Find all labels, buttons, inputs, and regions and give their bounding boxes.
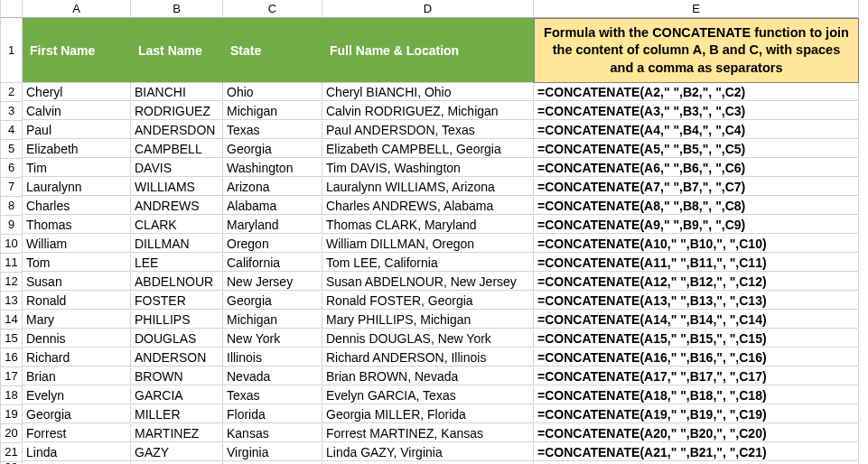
row-header-1[interactable]: 1 [1, 18, 23, 83]
cell-first-name[interactable]: Cheryl [23, 83, 131, 101]
col-header-B[interactable]: B [131, 0, 223, 18]
cell-last-name[interactable]: PHILLIPS [131, 311, 223, 329]
cell-formula[interactable]: =CONCATENATE(A5," ",B5,", ",C5) [534, 140, 859, 158]
cell-full-name-location[interactable]: Richard ANDERSON, Illinois [322, 348, 534, 367]
row-header-19[interactable]: 19 [1, 405, 23, 424]
row-header-20[interactable]: 20 [1, 424, 23, 443]
cell-first-name[interactable]: Charles [23, 197, 131, 215]
cell-last-name[interactable]: DOUGLAS [131, 329, 223, 348]
cell-state[interactable]: Georgia [223, 140, 322, 158]
cell-full-name-location[interactable]: Brian BROWN, Nevada [322, 367, 534, 385]
header-full-name-location[interactable]: Full Name & Location [322, 18, 534, 83]
cell-formula[interactable]: =CONCATENATE(A21," ",B21,", ",C21) [534, 443, 859, 461]
cell-full-name-location[interactable]: Susan ABDELNOUR, New Jersey [322, 273, 534, 291]
cell-first-name[interactable]: Brian [23, 367, 131, 385]
cell-formula[interactable]: =CONCATENATE(A9," ",B9,", ",C9) [534, 216, 859, 234]
cell-last-name[interactable]: BIANCHI [131, 83, 223, 101]
cell-formula[interactable]: =CONCATENATE(A13," ",B13,", ",C13) [534, 292, 859, 310]
cell-full-name-location[interactable]: Georgia MILLER, Florida [322, 405, 534, 423]
row-header-12[interactable]: 12 [1, 273, 23, 292]
row-header-2[interactable]: 2 [1, 83, 23, 102]
row-header-18[interactable]: 18 [1, 386, 23, 405]
row-header-10[interactable]: 10 [1, 235, 23, 254]
cell-full-name-location[interactable]: Tim DAVIS, Washington [322, 159, 534, 177]
cell-last-name[interactable]: ABDELNOUR [131, 273, 223, 291]
cell-formula[interactable]: =CONCATENATE(A19," ",B19,", ",C19) [534, 405, 859, 423]
cell-state[interactable]: Maryland [223, 216, 322, 234]
row-header-11[interactable]: 11 [1, 254, 23, 273]
cell-last-name[interactable]: GARCIA [131, 386, 223, 404]
cell-formula[interactable]: =CONCATENATE(A11," ",B11,", ",C11) [534, 254, 859, 272]
cell-formula[interactable]: =CONCATENATE(A2," ",B2,", ",C2) [534, 83, 859, 101]
cell-full-name-location[interactable]: William DILLMAN, Oregon [322, 235, 534, 253]
cell-first-name[interactable]: Georgia [23, 405, 131, 423]
cell-state[interactable]: Nevada [223, 367, 322, 385]
row-header-9[interactable]: 9 [1, 216, 23, 235]
select-all-corner[interactable] [1, 0, 23, 18]
header-first-name[interactable]: First Name [23, 18, 131, 83]
cell-last-name[interactable]: FOSTER [131, 292, 223, 310]
cell-full-name-location[interactable]: Cheryl BIANCHI, Ohio [322, 83, 534, 101]
cell-formula[interactable]: =CONCATENATE(A3," ",B3,", ",C3) [534, 102, 859, 120]
cell-formula[interactable]: =CONCATENATE(A20," ",B20,", ",C20) [534, 424, 859, 442]
cell-last-name[interactable]: MILLER [131, 405, 223, 423]
cell-last-name[interactable]: ANDERSON [131, 348, 223, 367]
header-state[interactable]: State [223, 18, 322, 83]
cell-last-name[interactable]: CLARK [131, 216, 223, 234]
cell-formula[interactable]: =CONCATENATE(A12," ",B12,", ",C12) [534, 273, 859, 291]
cell-state[interactable]: Georgia [223, 292, 322, 310]
col-header-D[interactable]: D [322, 0, 534, 18]
cell-last-name[interactable]: WILLIAMS [131, 178, 223, 196]
cell-formula[interactable]: =CONCATENATE(A14," ",B14,", ",C14) [534, 311, 859, 329]
cell-state[interactable]: California [223, 254, 322, 272]
cell-last-name[interactable]: MARTINEZ [131, 424, 223, 442]
cell-full-name-location[interactable]: Dennis DOUGLAS, New York [322, 329, 534, 348]
cell-first-name[interactable]: Thomas [23, 216, 131, 234]
cell-first-name[interactable]: Dennis [23, 329, 131, 348]
cell-formula[interactable]: =CONCATENATE(A16," ",B16,", ",C16) [534, 348, 859, 367]
row-header-13[interactable]: 13 [1, 292, 23, 311]
cell-full-name-location[interactable]: Linda GAZY, Virginia [322, 443, 534, 461]
cell-full-name-location[interactable]: Evelyn GARCIA, Texas [322, 386, 534, 404]
row-header-17[interactable]: 17 [1, 367, 23, 386]
col-header-C[interactable]: C [223, 0, 322, 18]
cell-state[interactable]: Ohio [223, 83, 322, 101]
cell-state[interactable]: New Jersey [223, 273, 322, 291]
col-header-E[interactable]: E [534, 0, 859, 18]
cell-first-name[interactable]: Ronald [23, 292, 131, 310]
cell-first-name[interactable]: Linda [23, 443, 131, 461]
cell-formula[interactable]: =CONCATENATE(A15," ",B15,", ",C15) [534, 329, 859, 348]
cell-full-name-location[interactable]: Ronald FOSTER, Georgia [322, 292, 534, 310]
cell-state[interactable]: Michigan [223, 102, 322, 120]
spreadsheet-grid[interactable]: A B C D E 1 First Name Last Name State F… [0, 0, 868, 464]
cell-first-name[interactable]: Calvin [23, 102, 131, 120]
row-header-16[interactable]: 16 [1, 348, 23, 367]
cell-full-name-location[interactable]: Lauralynn WILLIAMS, Arizona [322, 178, 534, 196]
cell-state[interactable]: Alabama [223, 197, 322, 215]
cell-formula[interactable]: =CONCATENATE(A18," ",B18,", ",C18) [534, 386, 859, 404]
cell-full-name-location[interactable]: Paul ANDERSDON, Texas [322, 121, 534, 139]
cell-full-name-location[interactable]: Mary PHILLIPS, Michigan [322, 311, 534, 329]
cell-last-name[interactable]: BROWN [131, 367, 223, 385]
cell-last-name[interactable]: CAMPBELL [131, 140, 223, 158]
cell-first-name[interactable]: Forrest [23, 424, 131, 442]
cell-state[interactable]: Michigan [223, 311, 322, 329]
cell-first-name[interactable]: Richard [23, 348, 131, 367]
cell-last-name[interactable]: ANDERSDON [131, 121, 223, 139]
cell-formula[interactable]: =CONCATENATE(A6," ",B6,", ",C6) [534, 159, 859, 177]
cell-full-name-location[interactable]: Forrest MARTINEZ, Kansas [322, 424, 534, 442]
cell-state[interactable]: Washington [223, 159, 322, 177]
header-formula-description[interactable]: Formula with the CONCATENATE function to… [534, 18, 859, 83]
row-header-4[interactable]: 4 [1, 121, 23, 140]
cell-first-name[interactable]: Paul [23, 121, 131, 139]
cell-last-name[interactable]: DILLMAN [131, 235, 223, 253]
row-header-8[interactable]: 8 [1, 197, 23, 216]
cell-last-name[interactable]: ANDREWS [131, 197, 223, 215]
cell-full-name-location[interactable]: Thomas CLARK, Maryland [322, 216, 534, 234]
row-header-7[interactable]: 7 [1, 178, 23, 197]
row-header-14[interactable]: 14 [1, 311, 23, 329]
cell-first-name[interactable]: Evelyn [23, 386, 131, 404]
cell-full-name-location[interactable]: Tom LEE, California [322, 254, 534, 272]
row-header-21[interactable]: 21 [1, 443, 23, 462]
cell-state[interactable]: Texas [223, 386, 322, 404]
